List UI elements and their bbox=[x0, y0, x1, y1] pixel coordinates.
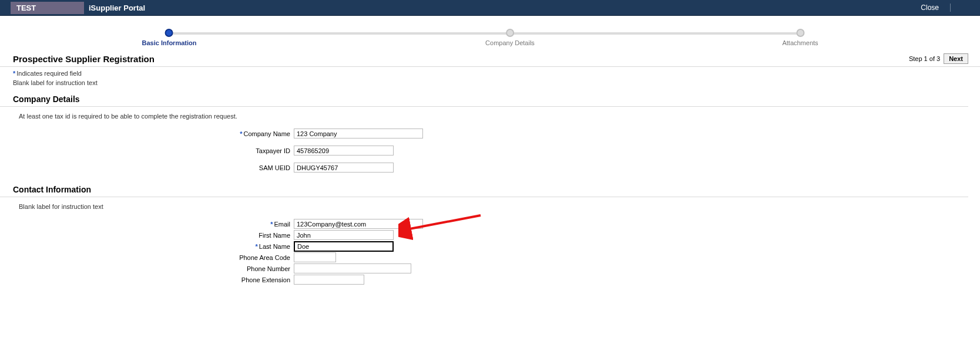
phone-area-code-row: Phone Area Code bbox=[0, 252, 980, 263]
phone-area-code-label: Phone Area Code bbox=[0, 254, 294, 261]
taxpayer-id-input[interactable] bbox=[294, 146, 394, 156]
environment-badge: TEST bbox=[11, 2, 84, 14]
phone-extension-row: Phone Extension bbox=[0, 274, 980, 285]
sam-ueid-input[interactable] bbox=[294, 163, 394, 173]
phone-number-label: Phone Number bbox=[0, 265, 294, 272]
topbar-divider bbox=[950, 4, 951, 12]
page-content: Basic Information Company Details Attach… bbox=[0, 29, 980, 297]
last-name-input[interactable] bbox=[294, 241, 394, 252]
required-asterisk-icon: * bbox=[270, 221, 273, 228]
page-title: Prospective Supplier Registration bbox=[13, 54, 909, 64]
phone-number-row: Phone Number bbox=[0, 263, 980, 274]
taxpayer-id-row: Taxpayer ID bbox=[0, 145, 980, 156]
contact-instruction-text: Blank label for instruction text bbox=[0, 197, 980, 218]
train-node-icon bbox=[165, 29, 173, 37]
email-row: *Email bbox=[0, 218, 980, 229]
last-name-label: *Last Name bbox=[0, 243, 294, 250]
last-name-row: *Last Name bbox=[0, 241, 980, 252]
phone-number-input[interactable] bbox=[294, 263, 411, 273]
first-name-label: First Name bbox=[0, 232, 294, 239]
company-name-label: *Company Name bbox=[0, 130, 294, 137]
sam-ueid-row: SAM UEID bbox=[0, 162, 980, 173]
progress-train: Basic Information Company Details Attach… bbox=[0, 29, 980, 50]
company-details-note: At least one tax id is required to be ab… bbox=[0, 107, 980, 128]
first-name-row: First Name bbox=[0, 229, 980, 241]
company-name-row: *Company Name bbox=[0, 128, 980, 139]
company-name-input[interactable] bbox=[294, 129, 423, 138]
train-node-icon bbox=[796, 29, 804, 37]
required-asterisk-icon: * bbox=[13, 70, 15, 77]
first-name-input[interactable] bbox=[294, 230, 394, 240]
train-stop-label: Company Details bbox=[485, 39, 535, 46]
train-stop-label: Basic Information bbox=[142, 39, 197, 46]
close-link[interactable]: Close bbox=[921, 4, 939, 12]
taxpayer-id-label: Taxpayer ID bbox=[0, 147, 294, 154]
portal-title: iSupplier Portal bbox=[89, 4, 145, 12]
email-label: *Email bbox=[0, 221, 294, 228]
instruction-text: Blank label for instruction text bbox=[0, 78, 980, 91]
contact-information-header: Contact Information bbox=[0, 181, 968, 197]
train-stop-basic-information[interactable]: Basic Information bbox=[142, 29, 197, 46]
train-stop-attachments[interactable]: Attachments bbox=[782, 29, 818, 46]
page-header-row: Prospective Supplier Registration Step 1… bbox=[0, 53, 980, 67]
sam-ueid-label: SAM UEID bbox=[0, 164, 294, 171]
company-details-header: Company Details bbox=[0, 91, 968, 107]
top-bar: TEST iSupplier Portal Close bbox=[0, 0, 980, 16]
email-input[interactable] bbox=[294, 219, 423, 229]
train-node-icon bbox=[506, 29, 514, 37]
required-asterisk-icon: * bbox=[240, 130, 242, 137]
required-asterisk-icon: * bbox=[256, 243, 258, 250]
phone-extension-input[interactable] bbox=[294, 275, 364, 285]
train-stop-label: Attachments bbox=[782, 39, 818, 46]
required-note-text: Indicates required field bbox=[16, 70, 82, 77]
train-stop-company-details[interactable]: Company Details bbox=[485, 29, 535, 46]
phone-area-code-input[interactable] bbox=[294, 252, 336, 262]
phone-extension-label: Phone Extension bbox=[0, 276, 294, 283]
required-field-note: *Indicates required field bbox=[0, 67, 980, 78]
next-button[interactable]: Next bbox=[944, 53, 968, 64]
step-indicator: Step 1 of 3 bbox=[909, 55, 940, 62]
